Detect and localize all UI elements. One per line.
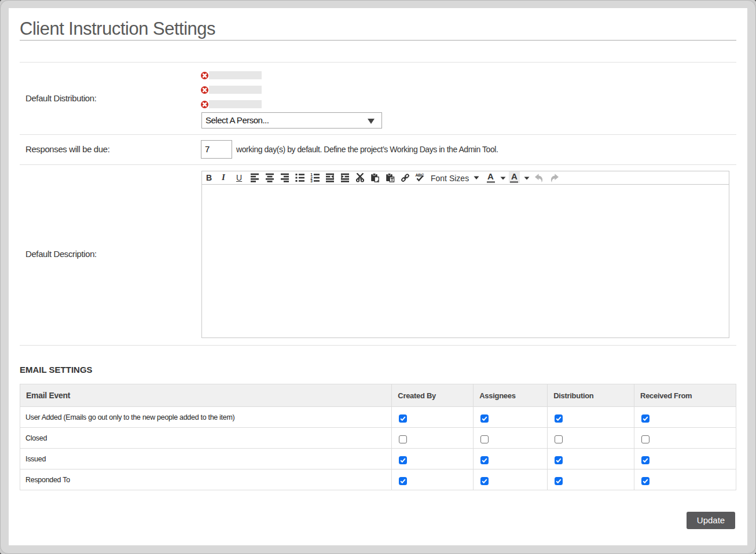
svg-text:3: 3	[310, 179, 313, 183]
